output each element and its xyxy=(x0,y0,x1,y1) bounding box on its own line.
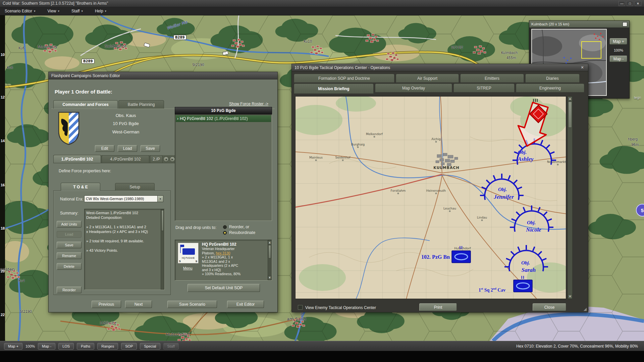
toc-tab-row-1: Formation SOP and Doctrine Air Support E… xyxy=(292,74,587,82)
unit-102-label: 102. PzG Bn xyxy=(404,254,450,260)
scrollbar-thumb[interactable] xyxy=(161,210,164,231)
tab-scroll-left-icon[interactable]: ◄ xyxy=(163,157,169,162)
tab-sitrep[interactable]: SITREP xyxy=(453,83,515,92)
scenario-editor-window: Flashpoint Campaigns Scenario Editor Pla… xyxy=(48,72,278,312)
delete-button[interactable]: Delete xyxy=(57,263,82,270)
tab-commander-and-forces[interactable]: Commander and Forces xyxy=(53,100,118,109)
save-commander-button[interactable]: Save xyxy=(141,145,160,152)
map-label-kulmbach: Kulmbach xyxy=(501,51,518,55)
hex-info: Hex 0710: Elevation 2, Cover 70%, Concea… xyxy=(516,344,640,349)
tab-battle-planning[interactable]: Battle Planning xyxy=(118,100,164,109)
reorder-button[interactable]: Reorder xyxy=(57,287,82,293)
expand-arrow-icon[interactable]: › xyxy=(177,116,178,121)
next-button[interactable]: Next xyxy=(125,301,152,308)
staff-button[interactable]: Staff xyxy=(163,343,179,350)
special-button[interactable]: Special xyxy=(140,343,160,350)
map-zoom-out-button[interactable]: Map - xyxy=(38,343,55,350)
scroll-up-icon[interactable]: ▲ xyxy=(568,97,572,101)
minimap-zoom-in-button[interactable]: Map + xyxy=(610,38,627,45)
scrollbar-thumb[interactable] xyxy=(568,102,572,128)
tab-air-support[interactable]: Air Support xyxy=(396,74,459,82)
map-label-mainleus: Mainleus xyxy=(38,44,57,49)
scroll-up-icon[interactable]: ▲ xyxy=(268,240,271,245)
load-force-button[interactable]: Load xyxy=(57,231,82,238)
close-toc-button[interactable]: Close xyxy=(533,303,566,311)
add-units-button[interactable]: Add Units xyxy=(57,221,82,228)
minimap-popout-icon[interactable] xyxy=(623,22,627,26)
radio-reorder[interactable] xyxy=(223,225,227,229)
scrollbar-thumb[interactable] xyxy=(268,245,271,258)
unit-counter-icon[interactable]: HQ PzGrenB 5 S xyxy=(178,243,199,263)
unit-detail-box: HQ PzGrenB 5 S Menu HQ PzGrenBtl 102 Vet… xyxy=(175,240,272,281)
unit-detail-scrollbar[interactable]: ▲ ▼ xyxy=(268,240,272,280)
radio-resubordinate[interactable] xyxy=(223,231,227,235)
print-button[interactable]: Print xyxy=(419,303,457,311)
paths-button[interactable]: Paths xyxy=(77,343,94,350)
hex-link[interactable]: hex 3130 xyxy=(216,251,230,255)
menu-view[interactable]: View▾ xyxy=(48,9,59,13)
resize-grip-icon[interactable]: ◢ xyxy=(584,307,587,311)
close-button[interactable]: ✕ xyxy=(635,1,641,6)
toc-titlebar[interactable]: 10 PzG Bgde Tactical Operations Center -… xyxy=(292,64,588,71)
commander-nation: West-German xyxy=(84,129,168,134)
load-commander-button[interactable]: Load xyxy=(118,145,137,152)
chevron-down-icon[interactable]: ▼ xyxy=(157,196,163,202)
summary-scrollbar[interactable] xyxy=(161,209,164,290)
force-tab-2[interactable]: 4./PzGrenBtl 102 xyxy=(102,155,149,163)
set-default-unit-sop-button[interactable]: Set Default Unit SOP xyxy=(187,284,260,292)
menu-scenario-editor[interactable]: Scenario Editor▾ xyxy=(5,9,36,13)
force-tab-3[interactable]: 2./P xyxy=(150,155,163,163)
menu-staff[interactable]: Staff▾ xyxy=(71,9,83,13)
tab-emitters[interactable]: Emitters xyxy=(460,74,524,82)
save-scenario-button[interactable]: Save Scenario xyxy=(167,301,217,308)
minimap-titlebar[interactable]: Kulmbach (20 x 15 km) xyxy=(529,21,629,27)
scroll-down-icon[interactable]: ▼ xyxy=(268,276,271,280)
unit-menu-link[interactable]: Menu xyxy=(183,266,193,270)
rename-button[interactable]: Rename xyxy=(57,252,82,259)
tab-toe[interactable]: T O & E xyxy=(61,183,100,191)
tab-engineering[interactable]: Engineering xyxy=(516,83,584,92)
close-icon[interactable]: ✕ xyxy=(579,65,585,70)
tab-setup[interactable]: Setup xyxy=(115,183,155,191)
summary-text: West-German 1./PzGrenBtl 102 Detailed Co… xyxy=(86,210,160,253)
toc-town-melkendorf: Melkendorf xyxy=(366,132,383,136)
maximize-button[interactable]: □ xyxy=(627,1,633,6)
tab-scroll-right-icon[interactable]: ► xyxy=(170,157,175,162)
radio-reorder-label[interactable]: Reorder, or xyxy=(229,225,249,229)
tab-map-overlay[interactable]: Map Overlay xyxy=(375,83,452,92)
map-label-st2182: St2182 xyxy=(451,46,463,49)
map-zoom-in-button[interactable]: Map + xyxy=(4,343,22,350)
radio-resubordinate-label[interactable]: Resubordinate xyxy=(229,230,255,235)
roster-list: › HQ PzGrenBtl 102 (1./PzGrenBtl 102) xyxy=(175,114,272,221)
objective-sarah-label: Sarah xyxy=(522,267,536,274)
force-tab-1[interactable]: 1./PzGrenBtl 102 xyxy=(53,155,101,163)
edit-commander-button[interactable]: Edit xyxy=(95,145,114,152)
sop-button[interactable]: SOP xyxy=(121,343,137,350)
view-enemy-toc-checkbox[interactable] xyxy=(298,305,303,310)
minimap-zoom-out-button[interactable]: Map - xyxy=(610,56,627,62)
map-label-ku4: Ku4 xyxy=(18,279,25,283)
unit-icon-label: HQ PzGrenB xyxy=(178,257,198,259)
los-button[interactable]: LOS xyxy=(58,343,74,350)
briefing-map[interactable]: KULMBACH Melkendorf Mainleus Seidenhof B… xyxy=(295,96,566,299)
minimize-button[interactable]: — xyxy=(619,1,625,6)
ranges-button[interactable]: Ranges xyxy=(97,343,118,350)
tab-diaries[interactable]: Diaries xyxy=(525,74,580,82)
chevron-down-icon: ▾ xyxy=(34,9,36,13)
menu-help[interactable]: Help▾ xyxy=(95,9,106,13)
scenario-editor-titlebar[interactable]: Flashpoint Campaigns Scenario Editor xyxy=(49,72,277,79)
scroll-down-icon[interactable]: ▼ xyxy=(568,294,572,299)
tab-mission-briefing[interactable]: Mission Briefing xyxy=(294,83,374,94)
save-force-button[interactable]: Save xyxy=(57,242,82,248)
map-label-ku6: Ku6 xyxy=(7,66,13,69)
roster-item-hq[interactable]: › HQ PzGrenBtl 102 (1./PzGrenBtl 102) xyxy=(176,115,271,122)
tab-formation-sop[interactable]: Formation SOP and Doctrine xyxy=(294,74,394,82)
roster-header: 10 PzG Bgde xyxy=(175,107,272,114)
exit-editor-button[interactable]: Exit Editor xyxy=(227,301,264,308)
toc-map-scrollbar[interactable]: ▲ ▼ xyxy=(568,96,573,299)
previous-button[interactable]: Previous xyxy=(92,301,121,308)
show-force-roster-link[interactable]: Show Force Roster -> xyxy=(229,102,268,106)
window-titlebar[interactable]: Cold War: Southern Storm [2.1.0.5722α] "… xyxy=(0,0,644,7)
bottom-strip xyxy=(0,351,644,362)
national-era-dropdown[interactable]: CW 80s West-German (1980-1989) ▼ xyxy=(84,195,163,202)
